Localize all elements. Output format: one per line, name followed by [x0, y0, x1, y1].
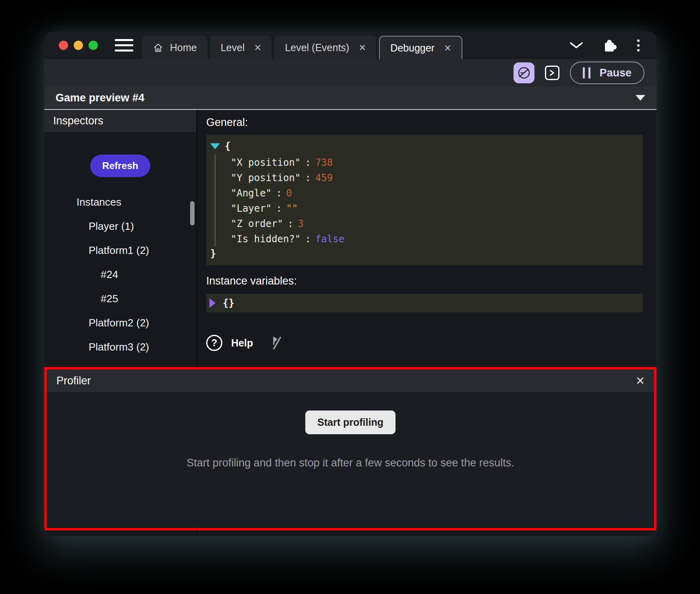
minimize-window-button[interactable]: [74, 41, 83, 50]
traffic-lights: [59, 41, 98, 50]
refresh-button[interactable]: Refresh: [90, 155, 150, 177]
tab-bar: Home Level × Level (Events) × Debugger ×: [44, 31, 657, 59]
close-window-button[interactable]: [59, 41, 68, 50]
tree-scrollbar-thumb[interactable]: [190, 201, 195, 225]
tab-label: Level: [221, 42, 245, 54]
help-circle-icon[interactable]: ?: [206, 335, 222, 351]
instance-variables-value: {}: [223, 297, 234, 309]
tab-home[interactable]: Home: [142, 36, 207, 59]
tree-item-platform3[interactable]: Platform3 (2): [44, 335, 196, 359]
close-tab-icon[interactable]: ×: [254, 42, 261, 54]
inspectors-title: Inspectors: [53, 115, 104, 127]
property-value: 738: [315, 157, 333, 168]
profiler-header: Profiler ×: [47, 369, 654, 392]
game-preview-selector[interactable]: Game preview #4: [44, 87, 657, 110]
tree-item-instances[interactable]: Instances: [44, 190, 196, 214]
instance-variables-json: {}: [206, 294, 643, 312]
profiler-title: Profiler: [56, 375, 91, 387]
collapse-arrow-icon[interactable]: [210, 143, 220, 149]
property-value: false: [315, 233, 344, 245]
main-menu-icon[interactable]: [115, 39, 133, 52]
open-brace: {: [225, 140, 230, 152]
help-label[interactable]: Help: [231, 337, 253, 349]
profiler-description: Start profiling and then stop it after a…: [186, 457, 514, 469]
instances-tree: Instances Player (1) Platform1 (2) #24 #…: [44, 190, 196, 383]
property-key: "Is hidden?": [231, 233, 300, 245]
property-row-layer: "Layer":"": [231, 201, 636, 216]
start-profiling-button[interactable]: Start profiling: [305, 410, 396, 434]
property-key: "Y position": [231, 172, 300, 184]
property-value: 0: [286, 188, 292, 199]
tabbar-right-controls: [569, 39, 657, 52]
tab-level-events[interactable]: Level (Events) ×: [274, 36, 376, 59]
tab-label: Debugger: [390, 42, 435, 54]
tab-level[interactable]: Level ×: [210, 36, 272, 59]
property-key: "Layer": [231, 203, 271, 214]
property-key: "Z order": [231, 218, 283, 229]
property-row-y-position: "Y position":459: [231, 170, 636, 186]
tab-debugger[interactable]: Debugger ×: [379, 36, 462, 59]
general-properties-json: { "X position":738 "Y position":459 "Ang…: [206, 135, 643, 265]
property-row-is-hidden: "Is hidden?":false: [231, 231, 636, 247]
close-profiler-icon[interactable]: ×: [636, 373, 644, 388]
console-toggle-button[interactable]: [545, 66, 559, 80]
more-options-icon[interactable]: [637, 39, 640, 52]
property-row-angle: "Angle":0: [231, 186, 636, 201]
property-value: 459: [315, 172, 333, 184]
tab-strip: Home Level × Level (Events) × Debugger ×: [142, 36, 462, 59]
pause-button-label: Pause: [599, 67, 632, 79]
property-key: "Angle": [231, 188, 271, 199]
zoom-window-button[interactable]: [89, 41, 98, 50]
instance-variables-label: Instance variables:: [206, 275, 643, 287]
extensions-icon[interactable]: [605, 43, 614, 52]
chevron-down-icon[interactable]: [569, 41, 584, 50]
close-brace: }: [210, 247, 636, 260]
pause-icon: [583, 67, 590, 78]
gauge-icon: [517, 66, 531, 80]
profiler-toggle-button[interactable]: [514, 62, 534, 83]
tree-item-platform1[interactable]: Platform1 (2): [44, 238, 196, 262]
tree-item-instance-25[interactable]: #25: [44, 287, 196, 311]
debugger-toolbar: Pause: [44, 59, 657, 87]
pause-button[interactable]: Pause: [570, 62, 644, 84]
close-tab-icon[interactable]: ×: [444, 42, 451, 54]
general-section-label: General:: [206, 116, 643, 129]
property-key: "X position": [231, 157, 300, 168]
property-row-x-position: "X position":738: [231, 155, 636, 170]
json-lines: "X position":738 "Y position":459 "Angle…: [215, 154, 636, 247]
tree-item-instance-24[interactable]: #24: [44, 262, 196, 287]
tab-label: Level (Events): [285, 42, 349, 54]
debugger-window: Home Level × Level (Events) × Debugger ×: [44, 31, 657, 536]
game-preview-title: Game preview #4: [56, 92, 145, 104]
tree-item-player[interactable]: Player (1): [44, 214, 196, 238]
dropdown-caret-icon[interactable]: [636, 95, 645, 101]
property-value: "": [286, 203, 298, 214]
expand-arrow-icon[interactable]: [209, 298, 215, 308]
tab-label: Home: [170, 42, 197, 54]
profiler-panel: Profiler × Start profiling Start profili…: [44, 367, 657, 530]
profiler-body: Start profiling Start profiling and then…: [47, 392, 654, 528]
close-tab-icon[interactable]: ×: [359, 42, 366, 54]
flag-off-icon[interactable]: [270, 335, 282, 351]
property-value: 3: [298, 218, 304, 229]
help-row: ? Help: [206, 335, 643, 351]
json-root-row: {: [210, 138, 636, 154]
console-chevron-icon: [549, 69, 556, 76]
inspectors-header: Inspectors: [44, 110, 196, 132]
property-row-z-order: "Z order":3: [231, 216, 636, 231]
home-icon: [153, 42, 164, 53]
tree-item-platform2[interactable]: Platform2 (2): [44, 311, 196, 335]
